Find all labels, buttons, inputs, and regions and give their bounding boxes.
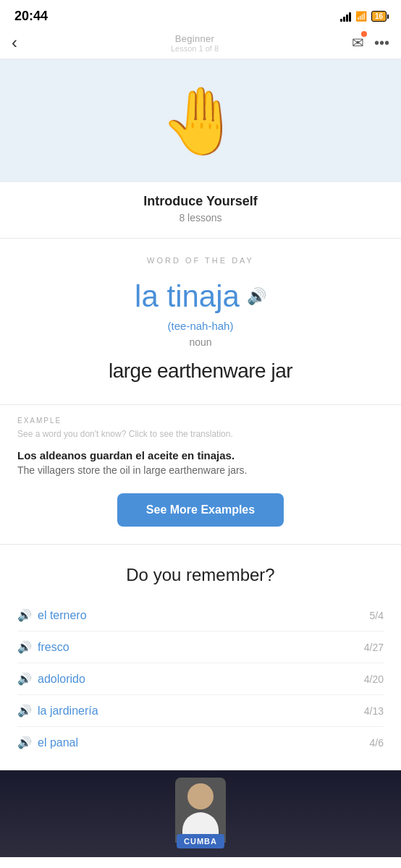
lesson-count: 8 lessons xyxy=(14,212,387,224)
nav-bar: ‹ Beginner Lesson 1 of 8 ✉ ••• xyxy=(0,30,401,59)
signal-icon xyxy=(340,12,351,22)
bottom-promo-section: CUMBA xyxy=(0,770,401,857)
promo-person xyxy=(175,778,226,843)
example-label: EXAMPLE xyxy=(17,417,384,425)
remember-date: 4/20 xyxy=(364,673,384,685)
example-sentence: Los aldeanos guardan el aceite en tinaja… xyxy=(17,449,384,461)
remember-word: el panal xyxy=(38,736,78,749)
remember-date: 4/6 xyxy=(370,737,384,749)
remember-word: adolorido xyxy=(38,673,85,686)
remember-title: Do you remember? xyxy=(17,565,384,585)
hero-section: 🤚 xyxy=(0,59,401,182)
lesson-title: Introduce Yourself xyxy=(14,194,387,209)
wotd-definition: large earthenware jar xyxy=(17,359,384,383)
remember-word: fresco xyxy=(38,641,69,654)
example-hint: See a word you don't know? Click to see … xyxy=(17,429,384,439)
remember-date: 5/4 xyxy=(370,610,384,621)
remember-left: 🔊 el panal xyxy=(17,736,78,749)
remember-left: 🔊 adolorido xyxy=(17,672,85,686)
example-section: EXAMPLE See a word you don't know? Click… xyxy=(0,405,401,545)
wifi-icon: 📶 xyxy=(355,11,367,22)
remember-word: la jardinería xyxy=(38,705,98,718)
promo-image: CUMBA xyxy=(0,770,401,857)
remember-word: el ternero xyxy=(38,609,87,622)
lesson-title-section: Introduce Yourself 8 lessons xyxy=(0,182,401,239)
word-sound-icon[interactable]: 🔊 xyxy=(17,672,32,686)
wotd-part-of-speech: noun xyxy=(17,336,384,348)
remember-item[interactable]: 🔊 el ternero 5/4 xyxy=(17,600,384,631)
nav-center: Beginner Lesson 1 of 8 xyxy=(38,33,352,53)
status-time: 20:44 xyxy=(14,9,48,24)
remember-item[interactable]: 🔊 adolorido 4/20 xyxy=(17,663,384,695)
wotd-pronunciation: (tee-nah-hah) xyxy=(17,320,384,332)
remember-date: 4/27 xyxy=(364,642,384,653)
wotd-word: la tinaja xyxy=(135,279,240,314)
remember-left: 🔊 la jardinería xyxy=(17,704,98,718)
nav-right: ✉ ••• xyxy=(352,34,389,51)
remember-item[interactable]: 🔊 la jardinería 4/13 xyxy=(17,695,384,727)
status-icons: 📶 16 xyxy=(340,11,387,22)
lesson-emoji: 🤚 xyxy=(160,88,241,153)
example-translation: The villagers store the oil in large ear… xyxy=(17,464,384,476)
wotd-word-row: la tinaja 🔊 xyxy=(17,279,384,314)
sound-icon[interactable]: 🔊 xyxy=(247,287,266,306)
battery-icon: 16 xyxy=(371,11,387,22)
word-sound-icon[interactable]: 🔊 xyxy=(17,736,32,749)
word-of-the-day-section: WORD OF THE DAY la tinaja 🔊 (tee-nah-hah… xyxy=(0,239,401,405)
remember-left: 🔊 el ternero xyxy=(17,608,87,622)
word-sound-icon[interactable]: 🔊 xyxy=(17,608,32,622)
back-button[interactable]: ‹ xyxy=(12,33,38,53)
remember-item[interactable]: 🔊 el panal 4/6 xyxy=(17,727,384,758)
wotd-label: WORD OF THE DAY xyxy=(17,256,384,265)
message-icon[interactable]: ✉ xyxy=(352,34,364,51)
word-sound-icon[interactable]: 🔊 xyxy=(17,640,32,654)
person-head xyxy=(187,783,214,809)
remember-section: Do you remember? 🔊 el ternero 5/4 🔊 fres… xyxy=(0,545,401,770)
remember-list: 🔊 el ternero 5/4 🔊 fresco 4/27 🔊 adolori… xyxy=(17,600,384,758)
remember-left: 🔊 fresco xyxy=(17,640,69,654)
remember-item[interactable]: 🔊 fresco 4/27 xyxy=(17,631,384,663)
see-more-examples-button[interactable]: See More Examples xyxy=(117,493,284,527)
word-sound-icon[interactable]: 🔊 xyxy=(17,704,32,718)
nav-title: Beginner xyxy=(38,33,352,44)
status-bar: 20:44 📶 16 xyxy=(0,0,401,30)
more-icon[interactable]: ••• xyxy=(374,35,389,51)
promo-logo: CUMBA xyxy=(177,834,224,848)
nav-subtitle: Lesson 1 of 8 xyxy=(38,44,352,53)
remember-date: 4/13 xyxy=(364,705,384,717)
notification-badge xyxy=(361,31,367,37)
